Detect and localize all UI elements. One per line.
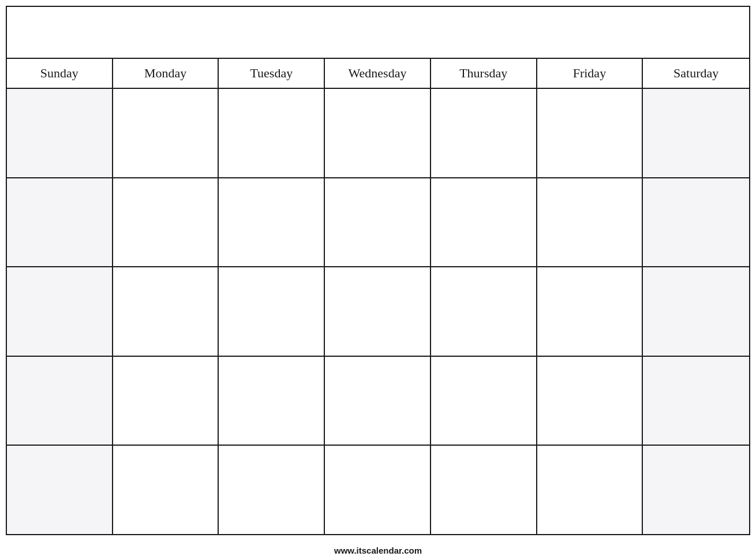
- cell-2-4[interactable]: [325, 178, 431, 267]
- day-header-saturday: Saturday: [643, 59, 749, 88]
- cell-2-1[interactable]: [7, 178, 113, 267]
- cell-1-7[interactable]: [643, 89, 749, 177]
- cell-3-3[interactable]: [219, 267, 325, 356]
- cell-2-3[interactable]: [219, 178, 325, 267]
- cell-5-4[interactable]: [325, 446, 431, 534]
- cell-2-6[interactable]: [537, 178, 643, 267]
- cell-3-5[interactable]: [431, 267, 537, 356]
- cell-4-6[interactable]: [537, 357, 643, 445]
- calendar-row-3: [7, 267, 749, 357]
- day-header-thursday: Thursday: [431, 59, 537, 88]
- calendar-grid: [7, 89, 749, 534]
- cell-2-7[interactable]: [643, 178, 749, 267]
- cell-1-3[interactable]: [219, 89, 325, 177]
- calendar-row-2: [7, 178, 749, 268]
- cell-5-5[interactable]: [431, 446, 537, 534]
- cell-4-4[interactable]: [325, 357, 431, 445]
- cell-2-5[interactable]: [431, 178, 537, 267]
- cell-5-6[interactable]: [537, 446, 643, 534]
- calendar-row-1: [7, 89, 749, 178]
- calendar: Sunday Monday Tuesday Wednesday Thursday…: [6, 6, 750, 535]
- calendar-row-5: [7, 446, 749, 534]
- cell-3-1[interactable]: [7, 267, 113, 356]
- day-header-monday: Monday: [113, 59, 219, 88]
- calendar-row-4: [7, 357, 749, 446]
- cell-1-4[interactable]: [325, 89, 431, 177]
- cell-1-1[interactable]: [7, 89, 113, 177]
- cell-1-2[interactable]: [113, 89, 219, 177]
- cell-4-7[interactable]: [643, 357, 749, 445]
- cell-3-7[interactable]: [643, 267, 749, 356]
- day-header-tuesday: Tuesday: [219, 59, 325, 88]
- cell-3-4[interactable]: [325, 267, 431, 356]
- cell-4-5[interactable]: [431, 357, 537, 445]
- calendar-title-area: [7, 7, 749, 59]
- cell-5-7[interactable]: [643, 446, 749, 534]
- cell-3-6[interactable]: [537, 267, 643, 356]
- day-header-friday: Friday: [537, 59, 643, 88]
- cell-5-1[interactable]: [7, 446, 113, 534]
- days-header-row: Sunday Monday Tuesday Wednesday Thursday…: [7, 59, 749, 89]
- cell-3-2[interactable]: [113, 267, 219, 356]
- day-header-wednesday: Wednesday: [325, 59, 431, 88]
- cell-5-2[interactable]: [113, 446, 219, 534]
- cell-4-2[interactable]: [113, 357, 219, 445]
- cell-1-6[interactable]: [537, 89, 643, 177]
- footer-url: www.itscalendar.com: [0, 541, 756, 560]
- cell-4-1[interactable]: [7, 357, 113, 445]
- cell-5-3[interactable]: [219, 446, 325, 534]
- day-header-sunday: Sunday: [7, 59, 113, 88]
- cell-2-2[interactable]: [113, 178, 219, 267]
- cell-4-3[interactable]: [219, 357, 325, 445]
- cell-1-5[interactable]: [431, 89, 537, 177]
